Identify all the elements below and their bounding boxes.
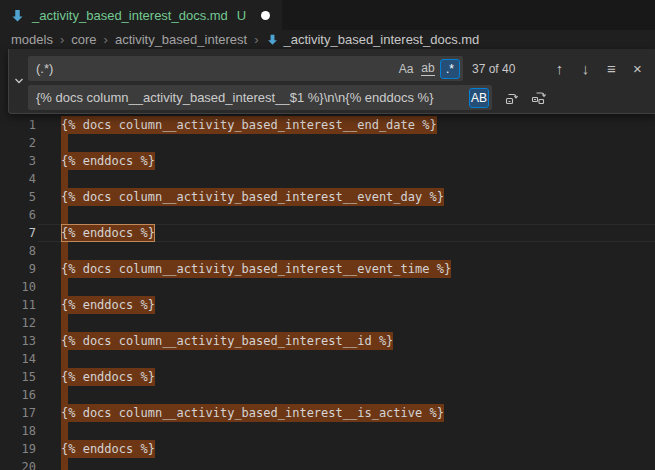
breadcrumb-filename: _activity_based_interest_docs.md (284, 32, 480, 47)
find-match-highlight: {% docs column__activity_based_interest_… (61, 260, 451, 278)
replace-input-value: {% docs column__activity_based_interest_… (36, 90, 484, 105)
find-match-highlight: {% enddocs %} (61, 224, 155, 242)
next-match-button[interactable]: ↓ (577, 59, 594, 79)
find-match-highlight: {% enddocs %} (61, 368, 155, 386)
replace-all-button[interactable] (530, 89, 548, 107)
preserve-case-button[interactable]: AB (469, 88, 489, 108)
find-match-highlight: {% enddocs %} (61, 440, 155, 458)
previous-match-button[interactable]: ↑ (551, 59, 568, 79)
replace-button[interactable] (503, 89, 521, 107)
empty-line-match-highlight (61, 386, 68, 404)
line-number: 12 (0, 314, 38, 332)
find-input-value: (.*) (36, 61, 455, 76)
editor-line[interactable]: 6 (0, 206, 655, 224)
find-widget: (.*) Aa ab .* 37 of 40 ↑ ↓ ≡ × {% docs c… (8, 49, 655, 114)
editor-line[interactable]: 1{% docs column__activity_based_interest… (0, 116, 655, 134)
editor-line[interactable]: 2 (0, 134, 655, 152)
line-number: 3 (0, 152, 38, 170)
line-number: 9 (0, 260, 38, 278)
find-match-highlight: {% docs column__activity_based_interest_… (61, 116, 437, 134)
empty-line-match-highlight (61, 134, 68, 152)
breadcrumb-item-file[interactable]: _activity_based_interest_docs.md (266, 32, 480, 47)
line-number: 10 (0, 278, 38, 296)
empty-line-match-highlight (61, 278, 68, 296)
editor-line[interactable]: 5{% docs column__activity_based_interest… (0, 188, 655, 206)
match-count: 37 of 40 (472, 62, 515, 76)
line-number: 1 (0, 116, 38, 134)
line-number: 18 (0, 422, 38, 440)
empty-line-match-highlight (61, 350, 68, 368)
find-match-highlight: {% enddocs %} (61, 296, 155, 314)
find-match-highlight: {% docs column__activity_based_interest_… (61, 188, 444, 206)
unsaved-indicator-dot[interactable] (261, 11, 270, 20)
breadcrumb-separator: › (60, 32, 64, 47)
line-number: 17 (0, 404, 38, 422)
toggle-replace-button[interactable] (9, 49, 28, 113)
find-match-highlight: {% docs column__activity_based_interest_… (61, 332, 393, 350)
find-match-highlight: {% docs column__activity_based_interest_… (61, 404, 444, 422)
editor-line[interactable]: 16 (0, 386, 655, 404)
line-number: 4 (0, 170, 38, 188)
regex-button[interactable]: .* (440, 59, 460, 79)
close-find-widget-button[interactable]: × (629, 59, 646, 79)
line-number: 15 (0, 368, 38, 386)
tab-bar: _activity_based_interest_docs.md U (0, 0, 655, 30)
line-number: 7 (0, 224, 38, 242)
tab-filename: _activity_based_interest_docs.md (32, 8, 228, 23)
line-number: 20 (0, 458, 38, 470)
editor-line[interactable]: 14 (0, 350, 655, 368)
editor-line[interactable]: 7{% enddocs %} (0, 224, 655, 242)
editor-line[interactable]: 11{% enddocs %} (0, 296, 655, 314)
editor-line[interactable]: 10 (0, 278, 655, 296)
editor-line[interactable]: 9{% docs column__activity_based_interest… (0, 260, 655, 278)
match-case-button[interactable]: Aa (396, 59, 416, 79)
editor-line[interactable]: 19{% enddocs %} (0, 440, 655, 458)
breadcrumb-item-core[interactable]: core (71, 32, 96, 47)
editor-line[interactable]: 17{% docs column__activity_based_interes… (0, 404, 655, 422)
line-number: 19 (0, 440, 38, 458)
markdown-file-icon (10, 8, 25, 23)
line-number: 5 (0, 188, 38, 206)
breadcrumb-item-models[interactable]: models (11, 32, 53, 47)
find-match-highlight: {% enddocs %} (61, 152, 155, 170)
editor-line[interactable]: 8 (0, 242, 655, 260)
editor-line[interactable]: 4 (0, 170, 655, 188)
line-number: 11 (0, 296, 38, 314)
whole-word-button[interactable]: ab (418, 59, 438, 79)
editor-line[interactable]: 15{% enddocs %} (0, 368, 655, 386)
file-tab[interactable]: _activity_based_interest_docs.md U (0, 0, 282, 30)
editor-line[interactable]: 18 (0, 422, 655, 440)
breadcrumb-separator: › (104, 32, 108, 47)
find-in-selection-button[interactable]: ≡ (603, 59, 620, 79)
editor-line[interactable]: 3{% enddocs %} (0, 152, 655, 170)
git-status-badge: U (237, 8, 246, 23)
empty-line-match-highlight (61, 422, 68, 440)
breadcrumb: models › core › activity_based_interest … (0, 30, 655, 49)
markdown-file-icon (266, 33, 279, 46)
editor-lines: 1{% docs column__activity_based_interest… (0, 116, 655, 470)
breadcrumb-separator: › (254, 32, 258, 47)
empty-line-match-highlight (61, 170, 68, 188)
line-number: 14 (0, 350, 38, 368)
empty-line-match-highlight (61, 458, 68, 470)
editor-line[interactable]: 12 (0, 314, 655, 332)
line-number: 16 (0, 386, 38, 404)
empty-line-match-highlight (61, 242, 68, 260)
replace-input[interactable]: {% docs column__activity_based_interest_… (28, 85, 492, 110)
editor-line[interactable]: 13{% docs column__activity_based_interes… (0, 332, 655, 350)
editor-line[interactable]: 20 (0, 458, 655, 470)
line-number: 13 (0, 332, 38, 350)
line-number: 8 (0, 242, 38, 260)
line-number: 6 (0, 206, 38, 224)
empty-line-match-highlight (61, 206, 68, 224)
empty-line-match-highlight (61, 314, 68, 332)
find-input[interactable]: (.*) Aa ab .* (28, 56, 463, 81)
line-number: 2 (0, 134, 38, 152)
breadcrumb-item-activity-based-interest[interactable]: activity_based_interest (115, 32, 247, 47)
